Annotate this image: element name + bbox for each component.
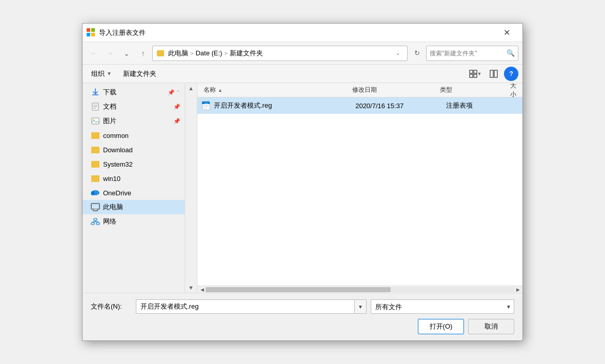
pictures-icon: [91, 116, 100, 126]
toolbar-right: ▼ ?: [467, 67, 518, 81]
organize-button[interactable]: 组织 ▼: [87, 67, 116, 81]
svg-rect-2: [87, 33, 90, 36]
sidebar-item-documents[interactable]: 文档 📌: [83, 99, 185, 114]
svg-rect-28: [204, 108, 207, 108]
sidebar-item-thispc-label: 此电脑: [103, 203, 123, 212]
address-dropdown-button[interactable]: ⌄: [393, 46, 403, 60]
svg-rect-7: [474, 74, 477, 77]
main-area: 下载 📌 ⌃ 文档 📌 图片: [83, 83, 522, 293]
view-details-button[interactable]: ▼: [467, 67, 483, 81]
sidebar-item-system32-label: System32: [103, 160, 133, 168]
file-name-cell: REG 开启开发者模式.reg: [201, 101, 355, 110]
view-pane-button[interactable]: [486, 67, 502, 81]
view-dropdown-icon: ▼: [477, 71, 482, 76]
col-header-type[interactable]: 类型: [438, 86, 508, 94]
col-type-label: 类型: [440, 86, 452, 94]
reg-file-icon: REG: [201, 101, 211, 110]
address-box[interactable]: 此电脑 > Date (E:) > 新建文件夹 ⌄: [152, 46, 408, 61]
search-input[interactable]: [430, 50, 507, 57]
breadcrumb: 此电脑 > Date (E:) > 新建文件夹: [157, 49, 391, 58]
open-button-label: 打开(O): [430, 322, 453, 331]
hscroll-left-arrow[interactable]: ◀: [198, 286, 206, 293]
sidebar-scroll-down[interactable]: ▼: [188, 285, 194, 291]
filename-label: 文件名(N):: [91, 302, 132, 311]
onedrive-icon: [91, 188, 100, 197]
sidebar-item-pictures-label: 图片: [103, 116, 116, 126]
pc-icon: [91, 203, 100, 212]
sidebar-item-pictures[interactable]: 图片 📌: [83, 114, 185, 128]
col-header-name[interactable]: 名称 ▲: [201, 86, 350, 94]
sort-arrow-up: ▲: [218, 88, 223, 93]
sidebar: 下载 📌 ⌃ 文档 📌 图片: [83, 83, 185, 293]
sidebar-item-common-label: common: [103, 132, 129, 139]
svg-rect-22: [96, 223, 99, 225]
cancel-button[interactable]: 取消: [468, 319, 514, 334]
open-button[interactable]: 打开(O): [418, 319, 464, 334]
hscrollbar-track[interactable]: [206, 287, 514, 292]
svg-rect-26: [204, 105, 209, 106]
organize-dropdown-icon: ▼: [107, 71, 112, 76]
breadcrumb-pc: 此电脑: [167, 49, 189, 58]
refresh-button[interactable]: ↻: [410, 46, 424, 60]
sidebar-item-thispc[interactable]: 此电脑: [83, 200, 185, 214]
horizontal-scrollbar[interactable]: ◀ ▶: [197, 286, 522, 293]
bottom-bar: 文件名(N): ▼ 所有文件 ▼ 打开(O) 取消: [83, 293, 522, 340]
forward-button[interactable]: →: [103, 46, 117, 60]
filename-input[interactable]: [136, 299, 354, 314]
file-date-text: 2020/7/16 15:37: [355, 102, 404, 110]
file-name-text: 开启开发者模式.reg: [214, 101, 272, 110]
file-type-cell: 注册表项: [446, 101, 518, 110]
sidebar-item-win10[interactable]: win10: [83, 171, 185, 186]
svg-rect-21: [91, 223, 94, 225]
sidebar-item-onedrive-label: OneDrive: [103, 189, 131, 197]
filename-input-wrapper: ▼: [136, 299, 367, 314]
pin-icon: 📌: [168, 89, 175, 96]
toolbar-row: 组织 ▼ 新建文件夹 ▼: [83, 65, 522, 83]
search-box[interactable]: 🔍: [426, 46, 518, 61]
filename-dropdown-button[interactable]: ▼: [354, 299, 367, 314]
sidebar-item-system32[interactable]: System32: [83, 157, 185, 171]
breadcrumb-drive: Date (E:): [194, 49, 223, 57]
new-folder-button[interactable]: 新建文件夹: [118, 67, 161, 81]
svg-rect-1: [91, 28, 95, 32]
hscroll-right-arrow[interactable]: ▶: [514, 286, 521, 293]
svg-rect-29: [202, 102, 205, 104]
hscrollbar-thumb[interactable]: [206, 287, 391, 292]
dropdown-nav-button[interactable]: ⌄: [119, 46, 134, 60]
svg-rect-9: [494, 70, 497, 77]
download-icon: [91, 88, 100, 97]
svg-rect-3: [91, 33, 95, 36]
sidebar-item-download-folder-label: Download: [103, 146, 133, 154]
search-icon: 🔍: [507, 49, 515, 57]
sidebar-item-download-folder[interactable]: Download: [83, 143, 185, 157]
cancel-button-label: 取消: [485, 322, 498, 331]
sidebar-item-network[interactable]: 网络: [83, 214, 185, 229]
sidebar-scroll-up[interactable]: ▲: [188, 85, 194, 91]
network-icon: [91, 217, 100, 226]
up-button[interactable]: ↑: [136, 46, 150, 60]
close-button[interactable]: ✕: [495, 24, 518, 42]
pic-pin-icon: 📌: [173, 118, 180, 125]
table-row[interactable]: REG 开启开发者模式.reg 2020/7/16 15:37: [197, 97, 522, 114]
folder-win10-icon: [91, 174, 100, 183]
help-button[interactable]: ?: [504, 67, 518, 81]
title-bar: 导入注册表文件 ✕: [83, 24, 522, 42]
file-list: REG 开启开发者模式.reg 2020/7/16 15:37: [197, 97, 522, 286]
back-button[interactable]: ←: [87, 46, 101, 60]
sidebar-item-common[interactable]: common: [83, 128, 185, 143]
col-header-date[interactable]: 修改日期: [350, 86, 438, 94]
svg-rect-5: [474, 70, 477, 73]
filetype-select[interactable]: 所有文件: [371, 299, 514, 314]
doc-pin-icon: 📌: [173, 104, 180, 110]
col-header-size[interactable]: 大小: [508, 83, 518, 99]
sidebar-scroll-controls: ▲ ▼: [185, 83, 197, 293]
sidebar-item-download[interactable]: 下载 📌 ⌃: [83, 85, 185, 99]
svg-rect-4: [470, 70, 473, 73]
address-bar-row: ← → ⌄ ↑ 此电脑 > Date (E:) > 新建文件夹 ⌄ ↻ 🔍: [83, 42, 522, 65]
col-date-label: 修改日期: [352, 86, 377, 94]
action-row: 打开(O) 取消: [91, 319, 514, 334]
sidebar-item-onedrive[interactable]: OneDrive: [83, 186, 185, 200]
folder-system32-icon: [91, 159, 100, 169]
sidebar-item-download-label: 下载: [103, 88, 116, 97]
svg-rect-18: [91, 204, 99, 209]
